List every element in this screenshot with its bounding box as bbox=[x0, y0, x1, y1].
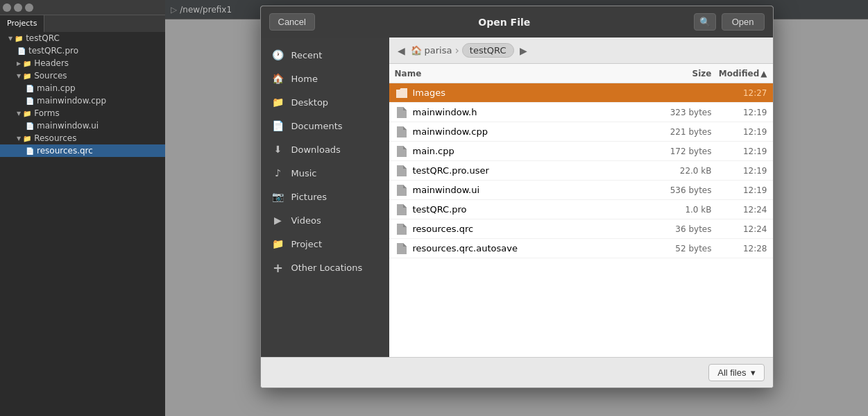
videos-icon: ▶ bbox=[272, 214, 284, 226]
tree-item-testqrc-pro[interactable]: 📄 testQRC.pro bbox=[0, 44, 165, 57]
breadcrumb-current[interactable]: testQRC bbox=[462, 43, 514, 58]
cpp-icon: 📄 bbox=[25, 96, 35, 106]
tab-projects[interactable]: Projects bbox=[0, 15, 44, 32]
home-breadcrumb: 🏠 parisa bbox=[411, 45, 452, 56]
file-row-resources-qrc-autosave[interactable]: resources.qrc.autosave 52 bytes 12:28 bbox=[389, 239, 773, 258]
tree-item-resources-qrc[interactable]: 📄 resources.qrc bbox=[0, 144, 165, 157]
tree-item-testqrc[interactable]: ▼ 📁 testQRC bbox=[0, 32, 165, 44]
tree-item-sources[interactable]: ▼ 📁 Sources bbox=[0, 69, 165, 82]
tree-label: main.cpp bbox=[37, 83, 76, 93]
toolbar-btn-1[interactable] bbox=[3, 3, 11, 12]
tree-label: testQRC bbox=[26, 33, 60, 43]
file-name: main.cpp bbox=[413, 146, 649, 156]
tree-label: Forms bbox=[34, 108, 59, 118]
file-size: 536 bytes bbox=[649, 185, 712, 195]
file-size: 323 bytes bbox=[649, 108, 712, 117]
tree-item-resources[interactable]: ▼ 📁 Resources bbox=[0, 132, 165, 144]
cancel-button[interactable]: Cancel bbox=[269, 13, 315, 31]
toolbar-btn-2[interactable] bbox=[14, 3, 22, 12]
file-row-mainwindow-h[interactable]: mainwindow.h 323 bytes 12:19 bbox=[389, 103, 773, 122]
col-modified-header[interactable]: Modified ▲ bbox=[712, 69, 767, 78]
other-locations-icon: + bbox=[272, 261, 284, 274]
home-icon: 🏠 bbox=[272, 72, 284, 85]
file-row-resources-qrc[interactable]: resources.qrc 36 bytes 12:24 bbox=[389, 219, 773, 239]
folder-icon: 📁 bbox=[22, 71, 32, 81]
col-size-header[interactable]: Size bbox=[649, 69, 712, 78]
file-row-mainwindow-cpp[interactable]: mainwindow.cpp 221 bytes 12:19 bbox=[389, 122, 773, 142]
tree-item-forms[interactable]: ▼ 📁 Forms bbox=[0, 107, 165, 119]
file-name: testQRC.pro bbox=[413, 204, 649, 215]
search-button[interactable]: 🔍 bbox=[694, 13, 716, 31]
file-icon bbox=[395, 203, 409, 217]
nav-item-documents[interactable]: 📄 Documents bbox=[261, 114, 389, 138]
file-icon bbox=[395, 125, 409, 139]
file-row-mainwindow-ui[interactable]: mainwindow.ui 536 bytes 12:19 bbox=[389, 181, 773, 200]
file-row-images[interactable]: Images 12:27 bbox=[389, 83, 773, 103]
file-modified: 12:19 bbox=[712, 127, 767, 137]
toolbar-btn-3[interactable] bbox=[25, 3, 33, 12]
file-modified: 12:19 bbox=[712, 166, 767, 176]
file-size: 1.0 kB bbox=[649, 205, 712, 215]
tree-item-mainwindow-cpp[interactable]: 📄 mainwindow.cpp bbox=[0, 94, 165, 107]
file-size: 36 bytes bbox=[649, 224, 712, 234]
folder-icon bbox=[395, 86, 409, 100]
file-modified: 12:27 bbox=[712, 88, 767, 98]
file-browser: ◀ 🏠 parisa › testQRC ▶ Name Size bbox=[389, 38, 773, 357]
dialog-body: 🕐 Recent 🏠 Home 📁 Desktop 📄 Documents bbox=[261, 38, 773, 357]
music-icon: ♪ bbox=[272, 167, 284, 179]
tree-item-main-cpp[interactable]: 📄 main.cpp bbox=[0, 82, 165, 94]
tree-label: mainwindow.cpp bbox=[37, 96, 106, 106]
dialog-overlay: Cancel Open File 🔍 Open 🕐 Recent 🏠 bbox=[165, 0, 868, 416]
recent-icon: 🕐 bbox=[272, 49, 284, 61]
cpp-icon: 📄 bbox=[25, 83, 35, 93]
home-label: parisa bbox=[425, 45, 452, 56]
open-button[interactable]: Open bbox=[722, 13, 765, 31]
file-icon bbox=[395, 164, 409, 178]
file-size: 52 bytes bbox=[649, 244, 712, 253]
nav-item-other-locations[interactable]: + Other Locations bbox=[261, 256, 389, 279]
file-name: mainwindow.h bbox=[413, 107, 649, 117]
expand-arrow: ▼ bbox=[17, 73, 21, 79]
folder-icon: 📁 bbox=[22, 133, 32, 143]
tree-label: Sources bbox=[34, 71, 67, 81]
expand-arrow: ▼ bbox=[17, 110, 21, 117]
nav-item-project[interactable]: 📁 Project bbox=[261, 232, 389, 256]
home-icon: 🏠 bbox=[411, 45, 422, 56]
file-modified: 12:28 bbox=[712, 244, 767, 253]
file-icon bbox=[395, 242, 409, 256]
nav-label: Desktop bbox=[291, 97, 329, 108]
file-name: Images bbox=[413, 88, 649, 98]
file-row-main-cpp[interactable]: main.cpp 172 bytes 12:19 bbox=[389, 142, 773, 161]
tree-label: testQRC.pro bbox=[28, 46, 78, 56]
back-button[interactable]: ◀ bbox=[395, 44, 408, 58]
file-name: resources.qrc.autosave bbox=[413, 243, 649, 253]
nav-item-home[interactable]: 🏠 Home bbox=[261, 67, 389, 90]
file-name: resources.qrc bbox=[413, 224, 649, 234]
dialog-header: Cancel Open File 🔍 Open bbox=[261, 6, 773, 38]
col-name-header[interactable]: Name bbox=[395, 69, 649, 78]
nav-item-pictures[interactable]: 📷 Pictures bbox=[261, 185, 389, 208]
nav-item-videos[interactable]: ▶ Videos bbox=[261, 208, 389, 232]
forward-button[interactable]: ▶ bbox=[517, 44, 530, 58]
nav-label: Home bbox=[291, 74, 318, 84]
file-name: testQRC.pro.user bbox=[413, 165, 649, 176]
tree-item-mainwindow-ui[interactable]: 📄 mainwindow.ui bbox=[0, 119, 165, 132]
breadcrumb-sep: › bbox=[454, 44, 459, 57]
folder-icon: 📁 bbox=[22, 108, 32, 118]
file-row-testqrc-pro[interactable]: testQRC.pro 1.0 kB 12:24 bbox=[389, 200, 773, 219]
nav-item-desktop[interactable]: 📁 Desktop bbox=[261, 90, 389, 114]
nav-item-music[interactable]: ♪ Music bbox=[261, 161, 389, 185]
filter-dropdown[interactable]: All files ▾ bbox=[708, 364, 764, 381]
file-row-testqrc-pro-user[interactable]: testQRC.pro.user 22.0 kB 12:19 bbox=[389, 161, 773, 181]
nav-label: Other Locations bbox=[291, 263, 363, 273]
ide-toolbar bbox=[0, 0, 165, 15]
nav-item-downloads[interactable]: ⬇ Downloads bbox=[261, 138, 389, 161]
file-icon bbox=[395, 183, 409, 197]
qrc-icon: 📄 bbox=[25, 146, 35, 156]
nav-label: Pictures bbox=[291, 192, 327, 202]
file-modified: 12:24 bbox=[712, 205, 767, 215]
tree-item-headers[interactable]: ▶ 📁 Headers bbox=[0, 57, 165, 69]
pictures-icon: 📷 bbox=[272, 190, 284, 203]
file-modified: 12:19 bbox=[712, 147, 767, 156]
nav-item-recent[interactable]: 🕐 Recent bbox=[261, 43, 389, 67]
